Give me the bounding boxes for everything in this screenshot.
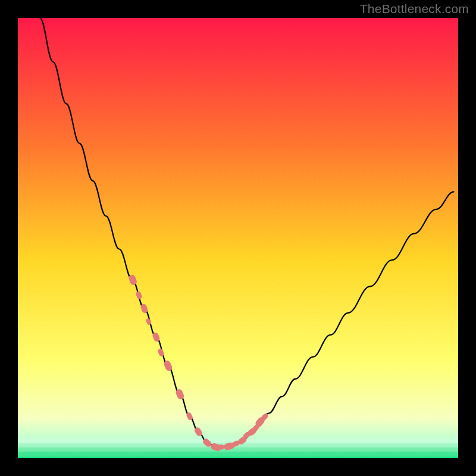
bottleneck-chart	[0, 0, 476, 476]
svg-rect-12	[217, 444, 225, 450]
marker-point	[217, 444, 225, 450]
chart-frame: TheBottleneck.com	[0, 0, 476, 476]
plot-background	[18, 18, 458, 458]
gradient-band	[18, 452, 458, 457]
